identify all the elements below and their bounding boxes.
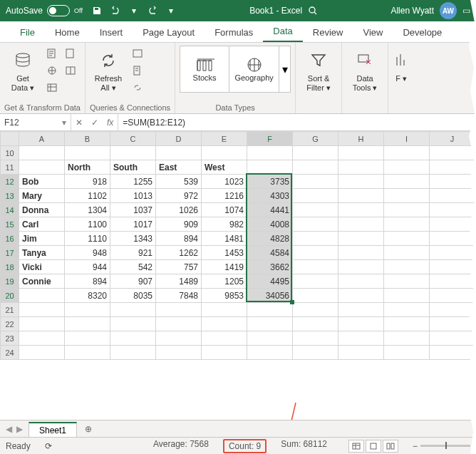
- row-header-18[interactable]: 18: [1, 260, 19, 274]
- cell-B13[interactable]: 1102: [65, 189, 110, 203]
- cell-A12[interactable]: Bob: [19, 175, 65, 189]
- queries-button[interactable]: [130, 46, 145, 61]
- cell-A20[interactable]: [19, 289, 65, 303]
- refresh-all-button[interactable]: RefreshAll ▾: [90, 46, 127, 93]
- cell-H16[interactable]: [338, 232, 384, 246]
- add-sheet-button[interactable]: ⊕: [80, 422, 97, 436]
- cell-E13[interactable]: 1216: [202, 189, 247, 203]
- cell-B17[interactable]: 948: [65, 246, 110, 260]
- cell-J12[interactable]: [430, 175, 475, 189]
- cell-H21[interactable]: [338, 303, 384, 317]
- tab-formulas[interactable]: Formulas: [205, 23, 263, 42]
- cell-D23[interactable]: [156, 331, 202, 346]
- cell-I11[interactable]: [384, 160, 430, 175]
- cell-J11[interactable]: [430, 160, 475, 175]
- col-header-A[interactable]: A: [19, 132, 65, 146]
- cell-A19[interactable]: Connie: [19, 274, 65, 289]
- cell-G13[interactable]: [293, 189, 338, 203]
- row-header-11[interactable]: 11: [1, 160, 19, 175]
- cell-G10[interactable]: [293, 146, 338, 160]
- cell-H11[interactable]: [338, 160, 384, 175]
- cell-E16[interactable]: 1481: [202, 232, 247, 246]
- row-header-15[interactable]: 15: [1, 217, 19, 232]
- row-header-20[interactable]: 20: [1, 289, 19, 303]
- row-header-22[interactable]: 22: [1, 317, 19, 331]
- col-header-B[interactable]: B: [65, 132, 110, 146]
- row-header-12[interactable]: 12: [1, 175, 19, 189]
- cell-A22[interactable]: [19, 317, 65, 331]
- cell-A18[interactable]: Vicki: [19, 260, 65, 274]
- select-all-corner[interactable]: [1, 132, 19, 146]
- cell-B14[interactable]: 1304: [65, 203, 110, 217]
- prev-sheet-icon[interactable]: ◀: [6, 424, 12, 434]
- cell-A17[interactable]: Tanya: [19, 246, 65, 260]
- zoom-thumb[interactable]: [445, 442, 447, 449]
- row-header-24[interactable]: 24: [1, 346, 19, 360]
- search-icon[interactable]: [308, 6, 318, 16]
- cell-B21[interactable]: [65, 303, 110, 317]
- page-break-view-button[interactable]: [383, 440, 398, 453]
- from-web-button[interactable]: [44, 63, 60, 78]
- col-header-E[interactable]: E: [202, 132, 247, 146]
- cell-J17[interactable]: [430, 246, 475, 260]
- cell-A21[interactable]: [19, 303, 65, 317]
- cell-B19[interactable]: 894: [65, 274, 110, 289]
- chevron-down-icon[interactable]: ▾: [62, 118, 66, 128]
- data-tools-button[interactable]: DataTools ▾: [346, 46, 383, 93]
- cell-E21[interactable]: [202, 303, 247, 317]
- tab-file[interactable]: File: [10, 23, 45, 42]
- cell-D11[interactable]: East: [156, 160, 202, 175]
- cell-D14[interactable]: 1026: [156, 203, 202, 217]
- cell-D18[interactable]: 757: [156, 260, 202, 274]
- zoom-out-icon[interactable]: −: [413, 441, 418, 451]
- cell-H23[interactable]: [338, 331, 384, 346]
- cell-D10[interactable]: [156, 146, 202, 160]
- cell-B12[interactable]: 918: [65, 175, 110, 189]
- cell-I19[interactable]: [384, 274, 430, 289]
- normal-view-button[interactable]: [348, 440, 364, 453]
- cell-F14[interactable]: 4441: [247, 203, 293, 217]
- cell-H24[interactable]: [338, 346, 384, 360]
- cell-E10[interactable]: [202, 146, 247, 160]
- cell-D19[interactable]: 1489: [156, 274, 202, 289]
- from-table-button[interactable]: [44, 80, 60, 96]
- cell-J24[interactable]: [430, 346, 475, 360]
- sheet-tab-active[interactable]: Sheet1: [29, 422, 77, 438]
- col-header-G[interactable]: G: [293, 132, 338, 146]
- cell-A14[interactable]: Donna: [19, 203, 65, 217]
- cell-I13[interactable]: [384, 189, 430, 203]
- cell-E20[interactable]: 9853: [202, 289, 247, 303]
- tab-view[interactable]: View: [353, 23, 393, 42]
- col-header-H[interactable]: H: [338, 132, 384, 146]
- cell-E19[interactable]: 1205: [202, 274, 247, 289]
- cell-E12[interactable]: 1023: [202, 175, 247, 189]
- tab-data[interactable]: Data: [263, 21, 302, 42]
- get-data-button[interactable]: GetData ▾: [4, 46, 41, 93]
- geography-data-type[interactable]: Geography: [229, 46, 279, 93]
- cell-I20[interactable]: [384, 289, 430, 303]
- cell-F13[interactable]: 4303: [247, 189, 293, 203]
- cell-B24[interactable]: [65, 346, 110, 360]
- cell-D15[interactable]: 909: [156, 217, 202, 232]
- next-sheet-icon[interactable]: ▶: [16, 424, 23, 434]
- cell-G19[interactable]: [293, 274, 338, 289]
- properties-button[interactable]: [130, 63, 145, 78]
- row-header-21[interactable]: 21: [1, 303, 19, 317]
- cell-F24[interactable]: [247, 346, 293, 360]
- cell-A23[interactable]: [19, 331, 65, 346]
- cell-G22[interactable]: [293, 317, 338, 331]
- cell-I22[interactable]: [384, 317, 430, 331]
- cell-F12[interactable]: 3735: [247, 175, 293, 189]
- cell-C17[interactable]: 921: [110, 246, 156, 260]
- cell-C18[interactable]: 542: [110, 260, 156, 274]
- cell-A15[interactable]: Carl: [19, 217, 65, 232]
- cell-C14[interactable]: 1037: [110, 203, 156, 217]
- undo-icon[interactable]: [110, 5, 121, 16]
- row-header-14[interactable]: 14: [1, 203, 19, 217]
- cell-H12[interactable]: [338, 175, 384, 189]
- cell-J18[interactable]: [430, 260, 475, 274]
- cell-J10[interactable]: [430, 146, 475, 160]
- cell-C23[interactable]: [110, 331, 156, 346]
- cell-C20[interactable]: 8035: [110, 289, 156, 303]
- cell-E17[interactable]: 1453: [202, 246, 247, 260]
